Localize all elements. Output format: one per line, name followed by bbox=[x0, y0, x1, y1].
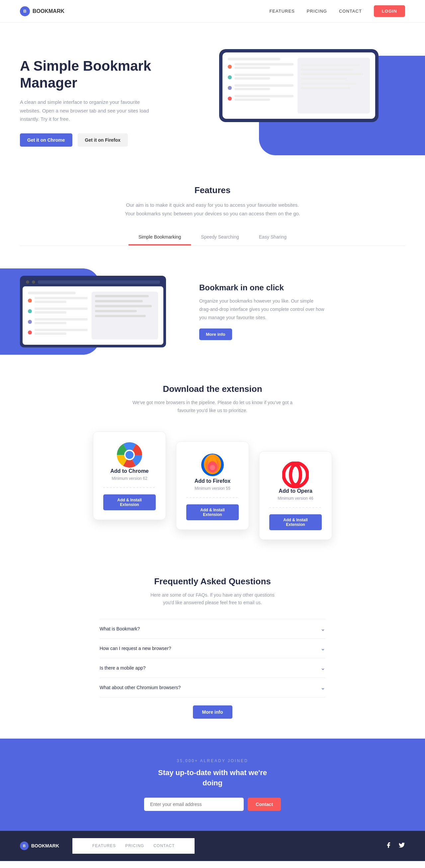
chrome-install-button[interactable]: Add & Install Extension bbox=[103, 494, 156, 510]
feature-more-info-button[interactable]: More info bbox=[199, 329, 232, 340]
b-item2 bbox=[28, 308, 88, 315]
dot-purple bbox=[228, 86, 232, 90]
tab-speedy-searching[interactable]: Speedy Searching bbox=[191, 229, 249, 246]
download-title: Download the extension bbox=[20, 384, 405, 394]
chevron-down-icon-2: ⌄ bbox=[320, 645, 325, 652]
b-dot4 bbox=[28, 331, 32, 335]
firefox-version: Minimum version 55 bbox=[195, 486, 230, 491]
footer-logo-icon: B bbox=[20, 841, 29, 850]
chevron-down-icon-3: ⌄ bbox=[320, 664, 325, 672]
footer-nav: Features Pricing Contact bbox=[73, 838, 195, 854]
login-button[interactable]: Login bbox=[374, 5, 405, 17]
line8 bbox=[234, 98, 270, 101]
tablet-right bbox=[298, 58, 370, 114]
b-dot3 bbox=[28, 320, 32, 324]
opera-icon bbox=[282, 462, 309, 488]
b-line4 bbox=[34, 311, 66, 314]
right-content bbox=[301, 61, 367, 89]
nav-features[interactable]: Features bbox=[269, 9, 294, 13]
svg-point-2 bbox=[125, 451, 134, 459]
footer-left: B BOOKMARK Features Pricing Contact bbox=[20, 838, 195, 854]
footer-social bbox=[385, 842, 405, 850]
firefox-icon bbox=[199, 452, 226, 478]
faq-title: Frequently Asked Questions bbox=[100, 576, 325, 587]
newsletter-form: Contact bbox=[7, 798, 418, 811]
br3 bbox=[95, 305, 152, 307]
bar1 bbox=[228, 58, 280, 60]
browser-bar bbox=[23, 278, 163, 286]
faq-list: What is Bookmark? ⌄ How can I request a … bbox=[100, 619, 325, 698]
nav-contact[interactable]: Contact bbox=[339, 9, 362, 13]
opera-name: Add to Opera bbox=[279, 488, 312, 494]
b-dot2 bbox=[28, 309, 32, 313]
footer-contact-link[interactable]: Contact bbox=[153, 843, 175, 848]
get-firefox-button[interactable]: Get it on Firefox bbox=[78, 133, 128, 147]
line1 bbox=[234, 63, 293, 65]
lines2 bbox=[234, 74, 293, 81]
faq-question-2[interactable]: How can I request a new browser? ⌄ bbox=[100, 639, 325, 658]
footer-pricing-link[interactable]: Pricing bbox=[125, 843, 144, 848]
nav-logo[interactable]: B BOOKMARK bbox=[20, 6, 64, 16]
item1 bbox=[228, 63, 293, 70]
faq-item-1: What is Bookmark? ⌄ bbox=[100, 619, 325, 639]
faq-more-info-button[interactable]: More info bbox=[193, 705, 232, 719]
line5 bbox=[234, 84, 293, 87]
hero-text: A Simple Bookmark Manager A clean and si… bbox=[20, 58, 159, 146]
hero-image bbox=[219, 42, 405, 162]
footer-logo[interactable]: B BOOKMARK bbox=[20, 841, 59, 850]
item4 bbox=[228, 95, 293, 102]
item3 bbox=[228, 84, 293, 92]
hero-tablet bbox=[219, 49, 378, 122]
line6 bbox=[234, 88, 270, 90]
features-section: Features Our aim is to make it quick and… bbox=[0, 162, 425, 259]
logo-icon: B bbox=[20, 6, 30, 16]
firefox-install-button[interactable]: Add & Install Extension bbox=[186, 504, 239, 520]
dot-orange bbox=[228, 65, 232, 69]
b-line2 bbox=[34, 301, 66, 303]
rl2 bbox=[301, 68, 353, 71]
opera-install-button[interactable]: Add & Install Extension bbox=[269, 514, 322, 530]
tab-easy-sharing[interactable]: Easy Sharing bbox=[249, 229, 296, 246]
firefox-divider bbox=[186, 497, 239, 498]
facebook-icon[interactable] bbox=[385, 842, 392, 850]
faq-item-2: How can I request a new browser? ⌄ bbox=[100, 639, 325, 658]
faq-q2-text: How can I request a new browser? bbox=[100, 646, 171, 651]
get-chrome-button[interactable]: Get it on Chrome bbox=[20, 133, 73, 147]
feature-browser bbox=[20, 276, 166, 347]
tablet-left bbox=[228, 58, 293, 114]
faq-q4-text: What about other Chromium browsers? bbox=[100, 685, 181, 690]
b-item1 bbox=[28, 297, 88, 304]
download-description: We've got more browsers in the pipeline.… bbox=[130, 399, 295, 415]
br2 bbox=[95, 300, 143, 302]
chrome-divider bbox=[103, 488, 156, 488]
faq-question-3[interactable]: Is there a mobile app? ⌄ bbox=[100, 658, 325, 678]
faq-question-1[interactable]: What is Bookmark? ⌄ bbox=[100, 619, 325, 639]
browser-left bbox=[28, 292, 88, 339]
contact-button[interactable]: Contact bbox=[248, 798, 281, 811]
chevron-down-icon-1: ⌄ bbox=[320, 625, 325, 632]
newsletter-joined: 35,000+ already joined bbox=[7, 758, 418, 763]
footer-features-link[interactable]: Features bbox=[92, 843, 116, 848]
email-input[interactable] bbox=[144, 798, 244, 811]
b-bar1 bbox=[28, 292, 76, 294]
twitter-icon[interactable] bbox=[398, 842, 405, 850]
item2 bbox=[228, 74, 293, 81]
newsletter-title: Stay up-to-date with what we're doing bbox=[149, 768, 276, 788]
faq-q1-text: What is Bookmark? bbox=[100, 626, 140, 631]
features-tabs: Simple Bookmarking Speedy Searching Easy… bbox=[20, 229, 405, 246]
browser-dot2 bbox=[32, 280, 35, 284]
lines4 bbox=[234, 95, 293, 102]
tab-simple-bookmarking[interactable]: Simple Bookmarking bbox=[129, 229, 191, 246]
faq-description: Here are some of our FAQs. If you have a… bbox=[146, 591, 279, 607]
chrome-name: Add to Chrome bbox=[110, 468, 149, 474]
feature-text: Bookmark in one click Organize your book… bbox=[199, 283, 325, 340]
nav-pricing[interactable]: Pricing bbox=[307, 9, 327, 13]
hero-title: A Simple Bookmark Manager bbox=[20, 58, 159, 91]
b-line8 bbox=[34, 333, 66, 335]
b-line1 bbox=[34, 297, 88, 299]
browser-screen bbox=[23, 286, 163, 345]
br4 bbox=[95, 310, 137, 312]
b-line7 bbox=[34, 329, 88, 331]
faq-question-4[interactable]: What about other Chromium browsers? ⌄ bbox=[100, 678, 325, 697]
chevron-down-icon-4: ⌄ bbox=[320, 684, 325, 691]
